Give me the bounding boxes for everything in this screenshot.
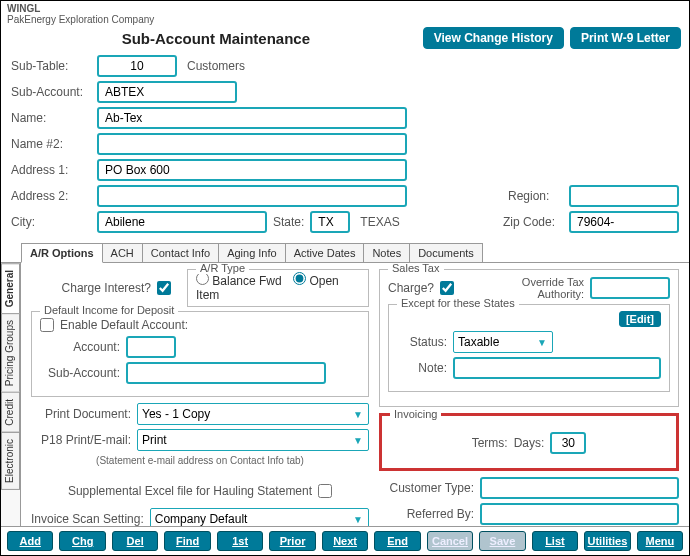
- status-select[interactable]: [453, 331, 553, 353]
- referred-label: Referred By:: [379, 507, 474, 521]
- region-input[interactable]: [569, 185, 679, 207]
- di-sub-account-label: Sub-Account:: [40, 366, 120, 380]
- menu-button[interactable]: Menu: [637, 531, 683, 551]
- sales-tax-legend: Sales Tax: [388, 263, 444, 274]
- chg-button[interactable]: Chg: [59, 531, 105, 551]
- state-input[interactable]: [310, 211, 350, 233]
- find-button[interactable]: Find: [164, 531, 210, 551]
- days-input[interactable]: [550, 432, 586, 454]
- supp-excel-label: Supplemental Excel file for Hauling Stat…: [68, 484, 312, 498]
- sub-table-label: Sub-Table:: [11, 59, 91, 73]
- referred-input[interactable]: [480, 503, 679, 525]
- st-charge-label: Charge?: [388, 281, 434, 295]
- tab-credit[interactable]: Credit: [1, 392, 20, 433]
- charge-interest-checkbox[interactable]: [157, 281, 171, 295]
- name2-input[interactable]: [97, 133, 407, 155]
- name-input[interactable]: [97, 107, 407, 129]
- invoice-scan-label: Invoice Scan Setting:: [31, 512, 144, 526]
- cancel-button: Cancel: [427, 531, 473, 551]
- tab-pricing-groups[interactable]: Pricing Groups: [1, 313, 20, 393]
- zip-label: Zip Code:: [503, 215, 563, 229]
- list-button[interactable]: List: [532, 531, 578, 551]
- enable-default-checkbox[interactable]: [40, 318, 54, 332]
- email-hint: (Statement e-mail address on Contact Inf…: [31, 455, 369, 466]
- sub-table-input[interactable]: [97, 55, 177, 77]
- open-item-radio[interactable]: [293, 272, 306, 285]
- di-sub-account-input[interactable]: [126, 362, 326, 384]
- tab-ar-options[interactable]: A/R Options: [21, 243, 103, 263]
- invoicing-legend: Invoicing: [390, 408, 441, 420]
- tabs-vertical: General Pricing Groups Credit Electronic: [1, 263, 21, 556]
- sub-table-desc: Customers: [183, 59, 245, 73]
- tab-documents[interactable]: Documents: [409, 243, 483, 262]
- next-button[interactable]: Next: [322, 531, 368, 551]
- utilities-button[interactable]: Utilities: [584, 531, 630, 551]
- address1-label: Address 1:: [11, 163, 91, 177]
- sub-account-input[interactable]: [97, 81, 237, 103]
- p18-select[interactable]: [137, 429, 369, 451]
- state-desc: TEXAS: [356, 215, 399, 229]
- note-input[interactable]: [453, 357, 661, 379]
- add-button[interactable]: Add: [7, 531, 53, 551]
- name2-label: Name #2:: [11, 137, 91, 151]
- status-label: Status:: [397, 335, 447, 349]
- tab-active-dates[interactable]: Active Dates: [285, 243, 365, 262]
- tab-electronic[interactable]: Electronic: [1, 432, 20, 490]
- st-charge-checkbox[interactable]: [440, 281, 454, 295]
- print-doc-label: Print Document:: [31, 407, 131, 421]
- cust-type-label: Customer Type:: [379, 481, 474, 495]
- city-label: City:: [11, 215, 91, 229]
- terms-label: Terms:: [472, 436, 508, 450]
- app-short: WINGL: [7, 3, 40, 14]
- tab-ach[interactable]: ACH: [102, 243, 143, 262]
- days-label: Days:: [514, 436, 545, 450]
- first-button[interactable]: 1st: [217, 531, 263, 551]
- account-input[interactable]: [126, 336, 176, 358]
- address2-label: Address 2:: [11, 189, 91, 203]
- state-label: State:: [273, 215, 304, 229]
- region-label: Region:: [508, 189, 563, 203]
- p18-label: P18 Print/E-mail:: [31, 433, 131, 447]
- ar-type-legend: A/R Type: [196, 263, 249, 274]
- except-legend: Except for these States: [397, 297, 519, 309]
- enable-default-label: Enable Default Account:: [60, 318, 188, 332]
- app-company: PakEnergy Exploration Company: [7, 14, 154, 25]
- tab-notes[interactable]: Notes: [363, 243, 410, 262]
- supp-excel-checkbox[interactable]: [318, 484, 332, 498]
- print-doc-select[interactable]: [137, 403, 369, 425]
- note-label: Note:: [397, 361, 447, 375]
- city-input[interactable]: [97, 211, 267, 233]
- bottom-toolbar: Add Chg Del Find 1st Prior Next End Canc…: [1, 526, 689, 555]
- del-button[interactable]: Del: [112, 531, 158, 551]
- edit-states-button[interactable]: [Edit]: [619, 311, 661, 327]
- view-change-history-button[interactable]: View Change History: [423, 27, 564, 49]
- tab-aging-info[interactable]: Aging Info: [218, 243, 286, 262]
- print-w9-button[interactable]: Print W-9 Letter: [570, 27, 681, 49]
- default-income-legend: Default Income for Deposit: [40, 304, 178, 316]
- zip-input[interactable]: [569, 211, 679, 233]
- tabs-horizontal: A/R Options ACH Contact Info Aging Info …: [1, 243, 689, 263]
- end-button[interactable]: End: [374, 531, 420, 551]
- cust-type-input[interactable]: [480, 477, 679, 499]
- account-label: Account:: [40, 340, 120, 354]
- address1-input[interactable]: [97, 159, 407, 181]
- sub-account-label: Sub-Account:: [11, 85, 91, 99]
- override-input[interactable]: [590, 277, 670, 299]
- charge-interest-label: Charge Interest?: [31, 281, 151, 295]
- balance-fwd-label: Balance Fwd: [212, 274, 281, 288]
- app-header: WINGL PakEnergy Exploration Company: [1, 1, 689, 27]
- address2-input[interactable]: [97, 185, 407, 207]
- tab-general[interactable]: General: [1, 263, 20, 314]
- page-title: Sub-Account Maintenance: [9, 30, 423, 47]
- tab-contact-info[interactable]: Contact Info: [142, 243, 219, 262]
- name-label: Name:: [11, 111, 91, 125]
- save-button: Save: [479, 531, 525, 551]
- prior-button[interactable]: Prior: [269, 531, 315, 551]
